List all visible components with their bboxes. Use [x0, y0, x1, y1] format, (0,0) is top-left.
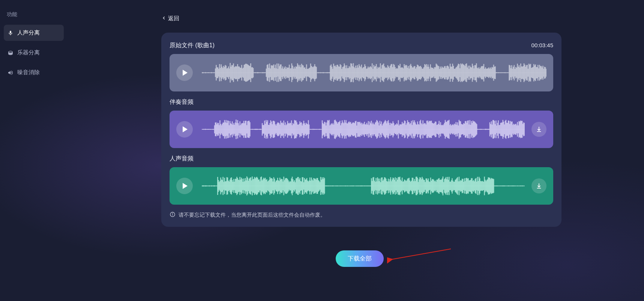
vocal-track-row	[170, 167, 553, 205]
sidebar-item-label: 乐器分离	[17, 49, 40, 56]
play-button-original[interactable]	[176, 64, 193, 81]
duration-text: 00:03:45	[531, 42, 553, 48]
sidebar: 功能 人声分离 乐器分离 噪音消除	[0, 0, 68, 301]
play-button-vocal[interactable]	[176, 178, 193, 194]
sidebar-item-noise-removal[interactable]: 噪音消除	[4, 64, 64, 81]
sidebar-item-label: 人声分离	[17, 29, 40, 36]
main-content: 返回 原始文件 (歌曲1) 00:03:45 伴奏音频	[161, 15, 561, 227]
drum-icon	[8, 50, 14, 56]
svg-rect-841	[524, 123, 525, 136]
download-button-accompaniment[interactable]	[531, 122, 546, 137]
notice-row: 请不要忘记下载文件，当您离开此页面后这些文件会自动作废。	[170, 211, 553, 219]
original-file-label: 原始文件 (歌曲1)	[170, 42, 215, 49]
download-all-label: 下载全部	[348, 255, 372, 263]
sidebar-item-vocal-separation[interactable]: 人声分离	[4, 25, 64, 41]
accompaniment-track-row	[170, 111, 553, 148]
download-icon	[536, 183, 542, 189]
back-label: 返回	[168, 15, 179, 22]
svg-rect-420	[546, 69, 546, 76]
annotation-arrow	[387, 247, 455, 265]
notice-text: 请不要忘记下载文件，当您离开此页面后这些文件会自动作废。	[179, 212, 326, 219]
play-icon	[183, 70, 188, 76]
chevron-left-icon	[161, 15, 167, 22]
original-header: 原始文件 (歌曲1) 00:03:45	[170, 42, 553, 49]
mic-icon	[8, 30, 14, 36]
play-icon	[183, 183, 188, 189]
svg-point-1267	[173, 213, 173, 214]
accompaniment-label: 伴奏音频	[170, 98, 553, 106]
download-icon	[536, 126, 542, 133]
back-button[interactable]: 返回	[161, 15, 179, 22]
original-track-row	[170, 54, 553, 91]
download-button-vocal[interactable]	[531, 178, 546, 193]
results-card: 原始文件 (歌曲1) 00:03:45 伴奏音频 人声音	[161, 33, 561, 227]
download-all-button[interactable]: 下载全部	[336, 250, 384, 267]
svg-rect-1263	[524, 186, 525, 186]
waveform-accompaniment[interactable]	[202, 118, 525, 141]
vocal-label: 人声音频	[170, 155, 553, 163]
sidebar-title: 功能	[4, 11, 64, 25]
noise-icon	[8, 70, 14, 76]
svg-line-1268	[392, 249, 451, 259]
sidebar-item-label: 噪音消除	[17, 69, 40, 76]
play-icon	[183, 126, 188, 132]
play-button-accompaniment[interactable]	[176, 121, 193, 138]
waveform-vocal[interactable]	[202, 175, 525, 197]
sidebar-item-instrument-separation[interactable]: 乐器分离	[4, 45, 64, 61]
waveform-original[interactable]	[202, 61, 546, 84]
info-icon	[170, 211, 176, 219]
